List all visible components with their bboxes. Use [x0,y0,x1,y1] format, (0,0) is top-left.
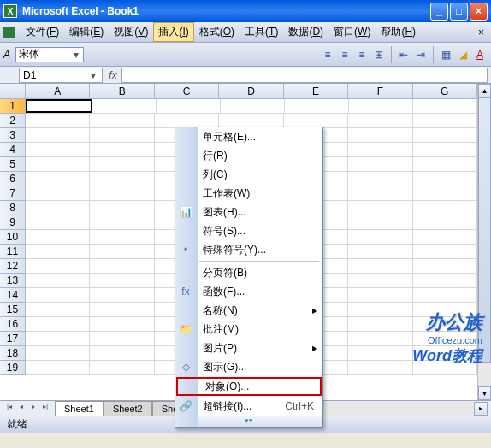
menu-item-1[interactable]: 行(R) [175,146,322,165]
scroll-right-button[interactable]: ▸ [474,402,488,416]
close-button[interactable]: × [470,3,488,21]
cell-E2[interactable] [284,114,348,127]
menu-o[interactable]: 格式(O) [194,22,240,42]
cell-B3[interactable] [90,128,154,142]
row-header-12[interactable]: 12 [0,259,26,274]
cell-A16[interactable] [26,317,90,331]
fill-color-icon[interactable]: ◢ [455,47,470,62]
select-all-corner[interactable] [0,84,26,98]
cell-B8[interactable] [90,201,154,215]
cell-G5[interactable] [413,157,477,171]
cell-A3[interactable] [26,128,90,142]
menu-t[interactable]: 工具(T) [240,22,283,42]
menu-i[interactable]: 插入(I) [153,22,193,42]
cell-G11[interactable] [413,245,477,258]
cell-F12[interactable] [348,259,412,273]
cell-G12[interactable] [413,259,477,273]
menu-h[interactable]: 帮助(H) [376,22,421,42]
row-header-4[interactable]: 4 [0,143,26,157]
menu-item-4[interactable]: 📊图表(H)... [175,203,322,221]
cell-C2[interactable] [155,114,219,127]
cell-A4[interactable] [26,143,90,156]
cell-G2[interactable] [413,114,477,127]
formula-input[interactable] [121,68,488,83]
tab-nav-first[interactable]: |◂ [3,403,15,415]
cell-B10[interactable] [90,230,154,244]
row-header-9[interactable]: 9 [0,215,26,230]
row-header-16[interactable]: 16 [0,317,26,332]
cell-B14[interactable] [90,288,154,302]
cell-A5[interactable] [26,157,90,171]
cell-A10[interactable] [26,230,90,244]
cell-A1[interactable] [26,99,92,113]
row-header-7[interactable]: 7 [0,186,26,201]
cell-A12[interactable] [26,259,90,273]
cell-G8[interactable] [413,201,477,215]
cell-F11[interactable] [348,245,412,258]
cell-F1[interactable] [349,99,413,113]
menu-item-11[interactable]: 📁批注(M) [175,320,322,339]
cell-A6[interactable] [26,172,90,186]
fx-icon[interactable]: fx [104,69,121,81]
column-header-G[interactable]: G [413,84,477,98]
cell-F10[interactable] [348,230,412,244]
cell-F17[interactable] [348,332,412,345]
menu-item-13[interactable]: ◇图示(G)... [175,357,322,376]
cell-B5[interactable] [90,157,154,171]
column-header-E[interactable]: E [284,84,348,98]
column-header-A[interactable]: A [26,84,90,98]
row-header-17[interactable]: 17 [0,332,26,346]
cell-B13[interactable] [90,274,154,287]
cell-D1[interactable] [221,99,285,113]
sheet-tab-sheet1[interactable]: Sheet1 [55,401,104,416]
cell-F2[interactable] [348,114,412,127]
menu-item-9[interactable]: fx函数(F)... [175,282,322,301]
row-header-5[interactable]: 5 [0,157,26,172]
menu-item-6[interactable]: •特殊符号(Y)... [175,240,322,259]
column-header-F[interactable]: F [348,84,412,98]
cell-B19[interactable] [90,361,154,374]
menu-item-10[interactable]: 名称(N)▶ [175,301,322,320]
cell-F8[interactable] [348,201,412,215]
cell-B16[interactable] [90,317,154,331]
cell-F5[interactable] [348,157,412,171]
cell-A19[interactable] [26,361,90,374]
cell-A18[interactable] [26,346,90,360]
cell-B12[interactable] [90,259,154,273]
cell-G10[interactable] [413,230,477,244]
cell-B17[interactable] [90,332,154,345]
merge-icon[interactable]: ⊞ [371,47,387,62]
row-header-2[interactable]: 2 [0,114,26,128]
tab-nav-last[interactable]: ▸| [39,403,51,415]
cell-G7[interactable] [413,186,477,200]
cell-G3[interactable] [413,128,477,142]
menu-f[interactable]: 文件(F) [21,22,64,42]
cell-G13[interactable] [413,274,477,287]
row-header-6[interactable]: 6 [0,172,26,186]
cell-E1[interactable] [285,99,349,113]
menu-item-12[interactable]: 图片(P)▶ [175,339,322,357]
align-left-icon[interactable]: ≡ [320,47,335,62]
cell-B7[interactable] [90,186,154,200]
cell-F19[interactable] [348,361,412,374]
cell-B18[interactable] [90,346,154,360]
cell-F3[interactable] [348,128,412,142]
cell-B9[interactable] [90,215,154,229]
cell-A15[interactable] [26,303,90,316]
scroll-down-button[interactable]: ▼ [478,386,491,400]
align-center-icon[interactable]: ≡ [337,47,352,62]
cell-A17[interactable] [26,332,90,345]
row-header-13[interactable]: 13 [0,274,26,288]
cell-A11[interactable] [26,245,90,258]
cell-G9[interactable] [413,215,477,229]
menu-e[interactable]: 编辑(E) [64,22,109,42]
menu-w[interactable]: 窗口(W) [328,22,376,42]
cell-B1[interactable] [92,99,157,113]
cell-F15[interactable] [348,303,412,316]
column-header-C[interactable]: C [155,84,219,98]
row-header-3[interactable]: 3 [0,128,26,143]
row-header-18[interactable]: 18 [0,346,26,361]
row-header-14[interactable]: 14 [0,288,26,303]
cell-F6[interactable] [348,172,412,186]
indent-increase-icon[interactable]: ⇥ [413,47,429,62]
